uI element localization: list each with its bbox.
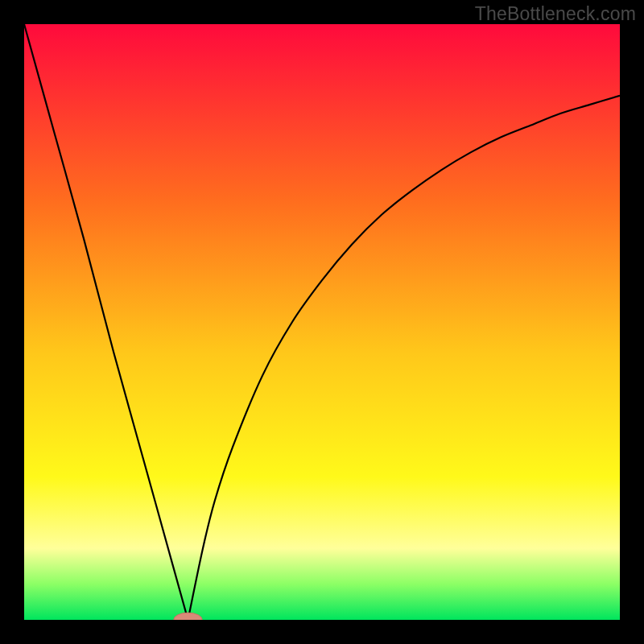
chart-svg bbox=[24, 24, 620, 620]
watermark-text: TheBottleneck.com bbox=[475, 3, 636, 25]
gradient-background bbox=[24, 24, 620, 620]
chart-container: TheBottleneck.com bbox=[0, 0, 644, 644]
plot-area bbox=[24, 24, 620, 620]
